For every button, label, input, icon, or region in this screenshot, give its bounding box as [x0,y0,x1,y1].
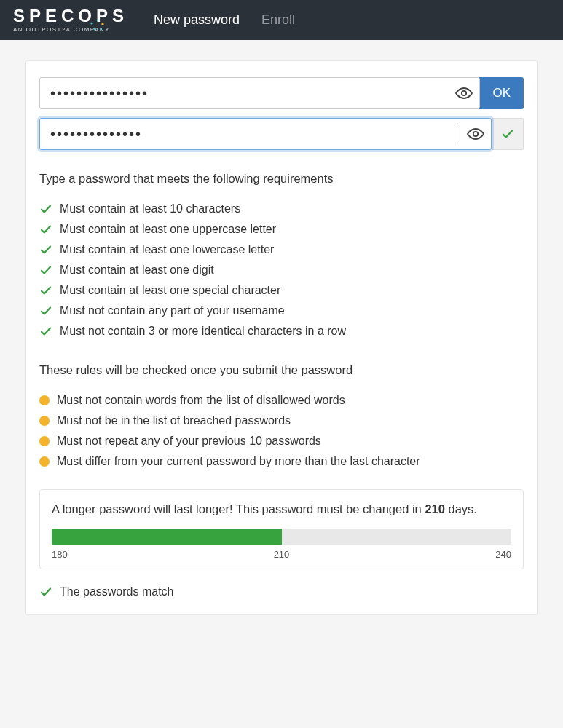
expiry-progress-bar [52,529,511,545]
confirm-check-indicator [492,118,524,150]
check-icon [39,585,52,598]
toggle-visibility-button-2[interactable] [460,125,491,143]
requirements-title: Type a password that meets the following… [39,172,524,186]
password-input-wrap-2 [39,118,492,150]
svg-point-3 [94,28,96,31]
top-nav: New password Enroll [154,12,295,28]
rule-text: Must differ from your current password b… [57,455,420,468]
rule-text: Must not be in the list of breached pass… [57,414,291,427]
nav-new-password[interactable]: New password [154,12,240,28]
eye-icon [467,125,484,143]
svg-point-6 [473,132,478,136]
check-icon [39,304,52,317]
expiry-progress-fill [52,529,282,545]
check-icon [501,127,514,141]
svg-point-1 [97,20,98,21]
svg-point-2 [101,23,103,25]
check-icon [39,202,52,215]
password-input-wrap-1 [39,77,480,109]
rule-item: Must contain at least one lowercase lett… [39,240,524,260]
pending-item: Must not be in the list of breached pass… [39,411,524,431]
logo-dots-icon [90,17,105,32]
app-header: SPECOPS AN OUTPOST24 COMPANY New passwor… [0,0,563,40]
rule-text: Must contain at least one digit [60,264,214,277]
svg-point-0 [90,22,92,24]
check-icon [39,325,52,338]
password-input-1[interactable] [40,85,449,102]
pending-list: Must not contain words from the list of … [39,390,524,472]
password-card: OK Type a password that meets the follow… [25,60,538,615]
rule-text: Must contain at least one lowercase lett… [60,243,274,256]
expiry-message: A longer password will last longer! This… [52,500,511,518]
rule-item: Must contain at least 10 characters [39,199,524,219]
rule-item: Must not contain 3 or more identical cha… [39,321,524,341]
scale-max: 240 [495,549,511,560]
eye-icon [455,84,473,102]
match-label: The passwords match [60,585,174,598]
svg-point-4 [101,28,102,30]
expiry-scale: 180 210 240 [52,549,511,560]
expiry-days: 210 [425,502,445,515]
pending-dot-icon [39,436,50,446]
pending-item: Must not repeat any of your previous 10 … [39,431,524,451]
logo-subtitle: AN OUTPOST24 COMPANY [13,26,128,33]
password-row-2 [39,118,524,150]
rule-item: Must contain at least one special charac… [39,280,524,301]
nav-enroll[interactable]: Enroll [261,12,295,28]
pending-dot-icon [39,456,50,467]
rule-text: Must not repeat any of your previous 10 … [57,435,321,448]
check-icon [39,264,52,277]
rule-item: Must not contain any part of your userna… [39,301,524,321]
rule-text: Must contain at least one uppercase lett… [60,223,276,236]
rule-item: Must contain at least one uppercase lett… [39,219,524,240]
password-expiry-panel: A longer password will last longer! This… [39,489,524,569]
scale-min: 180 [52,549,68,560]
svg-point-5 [462,91,466,95]
password-input-2[interactable] [40,126,460,143]
pending-title: These rules will be checked once you sub… [39,363,524,377]
rule-text: Must not contain any part of your userna… [60,304,285,317]
check-icon [39,223,52,236]
rule-item: Must contain at least one digit [39,260,524,280]
pending-dot-icon [39,416,50,426]
password-row-1: OK [39,77,524,109]
pending-item: Must not contain words from the list of … [39,390,524,411]
rule-text: Must contain at least 10 characters [60,202,240,215]
rule-text: Must contain at least one special charac… [60,284,280,297]
ok-button[interactable]: OK [479,77,524,109]
scale-mid: 210 [274,549,290,560]
logo: SPECOPS AN OUTPOST24 COMPANY [13,7,128,33]
check-icon [39,284,52,297]
toggle-visibility-button-1[interactable] [449,84,479,102]
check-icon [39,243,52,256]
rule-text: Must not contain words from the list of … [57,394,345,407]
passwords-match-indicator: The passwords match [39,585,524,598]
pending-dot-icon [39,395,50,405]
pending-item: Must differ from your current password b… [39,451,524,472]
requirements-list: Must contain at least 10 characters Must… [39,199,524,341]
logo-text: SPECOPS [13,7,128,25]
rule-text: Must not contain 3 or more identical cha… [60,325,346,338]
